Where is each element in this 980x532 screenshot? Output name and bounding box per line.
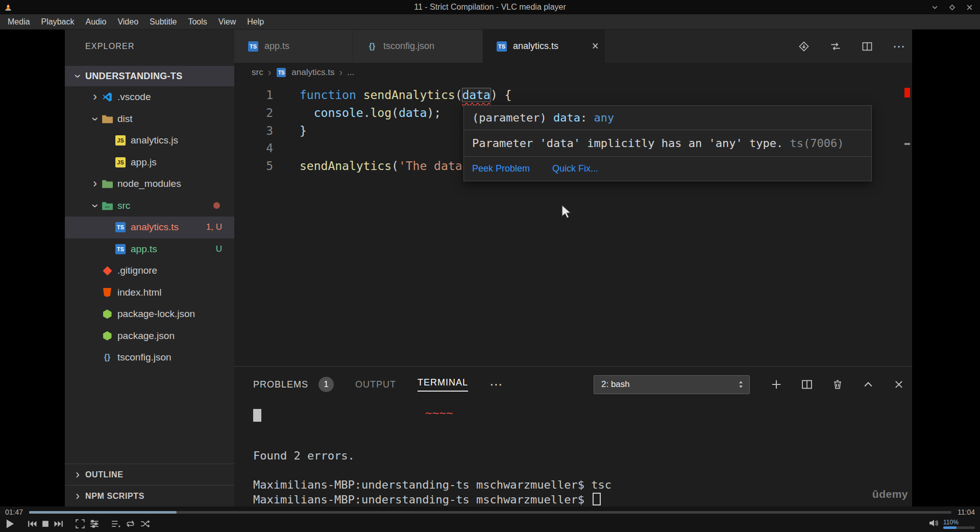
split-terminal-button[interactable] [801,378,813,391]
outline-section[interactable]: OUTLINE [65,464,234,485]
tree-item-package-lock[interactable]: package-lock.json [65,303,234,325]
tree-item-app-js[interactable]: app.js [65,152,234,174]
tree-item-app-ts[interactable]: app.ts U [65,238,234,260]
tree-item-vscode[interactable]: .vscode [65,86,234,108]
svg-text:<>: <> [105,205,110,209]
breadcrumb-file[interactable]: analytics.ts [291,67,334,78]
next-button[interactable] [54,518,63,530]
ts-file-icon [248,41,259,52]
scrollbar-position-marker[interactable] [904,143,910,145]
tab-label: tsconfig.json [383,41,434,52]
tree-item-package-json[interactable]: package.json [65,325,234,347]
close-button[interactable] [965,3,974,12]
error-token: data [462,88,491,102]
editor-area: app.ts tsconfig.json analytics.ts × [234,30,912,506]
hover-message: Parameter 'data' implicitly has an 'any'… [464,130,871,157]
tree-item-tsconfig[interactable]: tsconfig.json [65,347,234,369]
menu-bar: Media Playback Audio Video Subtitle Tool… [0,14,980,30]
menu-item-playback[interactable]: Playback [36,14,80,30]
git-icon [102,265,113,276]
tab-terminal[interactable]: TERMINAL [418,377,468,392]
tree-item-analytics-ts[interactable]: analytics.ts 1, U [65,216,234,238]
vscode-icon [102,92,113,102]
menu-item-subtitle[interactable]: Subtitle [144,14,182,30]
file-label: package.json [117,330,175,342]
random-button[interactable] [140,518,150,530]
fullscreen-button[interactable] [76,518,85,530]
peek-problem-link[interactable]: Peek Problem [472,163,530,174]
chevron-right-icon [88,90,102,104]
total-time: 11:04 [958,508,975,516]
section-label: OUTLINE [85,470,123,479]
previous-button[interactable] [28,518,37,530]
tab-output[interactable]: OUTPUT [355,379,396,390]
terminal-shell-select[interactable]: 2: bash [594,375,750,394]
window-controls [930,3,980,12]
folder-icon [102,114,113,124]
menu-item-audio[interactable]: Audio [80,14,112,30]
quick-fix-link[interactable]: Quick Fix... [552,163,598,174]
line-number: 2 [234,104,273,122]
seek-bar[interactable] [29,511,951,514]
tree-item-analytics-js[interactable]: analytics.js [65,130,234,152]
more-actions-icon[interactable]: ⋯ [893,40,905,53]
stop-button[interactable] [42,518,49,530]
tree-item-dist[interactable]: dist [65,108,234,130]
compare-changes-icon[interactable] [829,40,842,53]
root-folder-label: UNDERSTANDING-TS [85,71,182,82]
tab-tsconfig-json[interactable]: tsconfig.json [353,30,483,63]
split-editor-icon[interactable] [861,40,873,53]
npm-scripts-section[interactable]: NPM SCRIPTS [65,485,234,506]
explorer-root-folder[interactable]: UNDERSTANDING-TS [65,66,234,86]
editor-actions: ⋯ [798,30,905,63]
loop-button[interactable] [126,518,135,530]
tree-item-src[interactable]: <> src [65,195,234,217]
tab-problems[interactable]: PROBLEMS [253,379,308,390]
playlist-button[interactable] [111,518,120,530]
play-button[interactable] [5,518,15,530]
line-number: 4 [234,139,273,157]
maximize-button[interactable] [947,3,957,12]
transport-buttons: 110% [0,516,980,532]
video-area[interactable]: EXPLORER UNDERSTANDING-TS .vscode dist [0,30,980,506]
open-changes-icon[interactable] [798,40,810,53]
terminal-content[interactable]: ~~~~ Found 2 errors. Maximilians-MBP:und… [234,402,912,506]
file-label: src [117,200,130,211]
scrollbar-error-marker [904,88,910,98]
breadcrumb-more[interactable]: ... [347,67,354,78]
braces-icon [366,41,378,52]
breadcrumb-folder[interactable]: src [252,67,263,78]
terminal-error-squiggle: ~~~~ [425,406,453,419]
line-number: 5 [234,157,273,175]
menu-item-help[interactable]: Help [241,14,270,30]
tree-item-index-html[interactable]: index.html [65,282,234,304]
menu-item-video[interactable]: Video [112,14,144,30]
menu-item-tools[interactable]: Tools [182,14,212,30]
new-terminal-button[interactable] [770,378,782,391]
tab-analytics-ts[interactable]: analytics.ts × [483,30,605,63]
tree-item-node-modules[interactable]: node_modules [65,173,234,195]
close-tab-icon[interactable]: × [592,40,599,52]
menu-item-view[interactable]: View [213,14,241,30]
seek-row: 01:47 11:04 [0,506,980,516]
minimize-button[interactable] [930,3,939,12]
file-label: dist [117,113,133,125]
kill-terminal-button[interactable] [831,378,844,391]
maximize-panel-button[interactable] [862,378,874,391]
menu-item-media[interactable]: Media [2,14,36,30]
tab-app-ts[interactable]: app.ts [234,30,353,63]
terminal-block-cursor [253,409,261,422]
more-panel-tabs-icon[interactable]: ⋯ [489,378,503,391]
udemy-watermark: ûdemy [872,488,908,500]
section-label: NPM SCRIPTS [85,492,144,501]
volume-slider[interactable] [943,526,975,529]
explorer-sidebar: EXPLORER UNDERSTANDING-TS .vscode dist [65,30,234,506]
html-icon [102,287,113,298]
tree-item-gitignore[interactable]: .gitignore [65,260,234,282]
current-time: 01:47 [5,508,23,516]
chevron-right-icon: › [339,67,342,77]
extended-settings-button[interactable] [90,518,99,530]
tab-label: analytics.ts [513,41,558,52]
vlc-window: 11 - Strict Compilation - VLC media play… [0,0,980,532]
close-panel-button[interactable] [893,378,905,391]
